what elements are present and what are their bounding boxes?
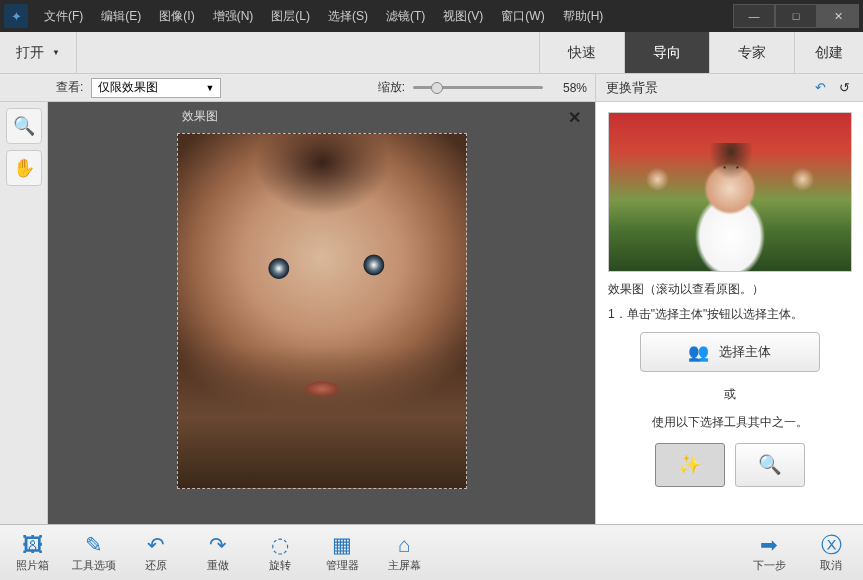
alt-tools-text: 使用以下选择工具其中之一。 bbox=[608, 413, 851, 432]
next-button[interactable]: ➡ 下一步 bbox=[747, 533, 791, 573]
rotate-button[interactable]: ◌ 旋转 bbox=[258, 533, 302, 573]
canvas-area: 效果图 ✕ bbox=[48, 102, 595, 524]
canvas-title: 效果图 bbox=[182, 108, 218, 127]
menubar: ✦ 文件(F) 编辑(E) 图像(I) 增强(N) 图层(L) 选择(S) 滤镜… bbox=[0, 0, 863, 32]
panel-title: 更换背景 bbox=[606, 79, 658, 97]
modebar: 打开 ▼ 快速 导向 专家 创建 bbox=[0, 32, 863, 74]
rotate-label: 旋转 bbox=[269, 558, 291, 573]
canvas-close-icon[interactable]: ✕ bbox=[568, 108, 581, 127]
next-label: 下一步 bbox=[753, 558, 786, 573]
menu-select[interactable]: 选择(S) bbox=[320, 4, 376, 29]
home-icon: ⌂ bbox=[398, 533, 411, 557]
reset-icon[interactable]: ↺ bbox=[835, 79, 853, 97]
zoom-slider[interactable] bbox=[413, 81, 543, 95]
cancel-button[interactable]: ⓧ 取消 bbox=[809, 533, 853, 573]
undo-button[interactable]: ↶ 还原 bbox=[134, 533, 178, 573]
people-icon: 👥 bbox=[688, 342, 709, 363]
zoom-value: 58% bbox=[551, 81, 587, 95]
redo-button[interactable]: ↷ 重做 bbox=[196, 533, 240, 573]
hand-tool[interactable]: ✋ bbox=[6, 150, 42, 186]
tab-quick[interactable]: 快速 bbox=[539, 32, 624, 73]
undo-icon[interactable]: ↶ bbox=[811, 79, 829, 97]
menu-image[interactable]: 图像(I) bbox=[151, 4, 202, 29]
right-panel: 效果图（滚动以查看原图。） 1．单击"选择主体"按钮以选择主体。 👥 选择主体 … bbox=[595, 102, 863, 524]
create-button[interactable]: 创建 bbox=[794, 32, 863, 73]
left-toolbar: 🔍 ✋ bbox=[0, 102, 48, 524]
selection-brush-tool[interactable]: 🔍 bbox=[735, 443, 805, 487]
organizer-icon: ▦ bbox=[332, 533, 352, 557]
menu-filter[interactable]: 滤镜(T) bbox=[378, 4, 433, 29]
menu-layer[interactable]: 图层(L) bbox=[263, 4, 318, 29]
tool-options-icon: ✎ bbox=[85, 533, 103, 557]
redo-label: 重做 bbox=[207, 558, 229, 573]
menu-window[interactable]: 窗口(W) bbox=[493, 4, 552, 29]
menu-file[interactable]: 文件(F) bbox=[36, 4, 91, 29]
menu-view[interactable]: 视图(V) bbox=[435, 4, 491, 29]
menu-edit[interactable]: 编辑(E) bbox=[93, 4, 149, 29]
undo-label: 还原 bbox=[145, 558, 167, 573]
tool-picker: ✨ 🔍 bbox=[608, 443, 851, 487]
preview-image[interactable] bbox=[608, 112, 852, 272]
select-subject-button[interactable]: 👥 选择主体 bbox=[640, 332, 820, 372]
undo-icon: ↶ bbox=[147, 533, 165, 557]
organizer-button[interactable]: ▦ 管理器 bbox=[320, 533, 364, 573]
photo-bin-label: 照片箱 bbox=[16, 558, 49, 573]
view-select-value: 仅限效果图 bbox=[98, 79, 158, 96]
photo-bin-button[interactable]: 🖼 照片箱 bbox=[10, 533, 54, 573]
cancel-label: 取消 bbox=[820, 558, 842, 573]
arrow-right-icon: ➡ bbox=[760, 533, 778, 557]
minimize-button[interactable]: — bbox=[733, 4, 775, 28]
quick-selection-tool[interactable]: ✨ bbox=[655, 443, 725, 487]
zoom-tool[interactable]: 🔍 bbox=[6, 108, 42, 144]
options-bar: 查看: 仅限效果图 ▼ 缩放: 58% bbox=[0, 74, 595, 102]
close-button[interactable]: ✕ bbox=[817, 4, 859, 28]
photo-bin-icon: 🖼 bbox=[22, 533, 43, 557]
view-select[interactable]: 仅限效果图 ▼ bbox=[91, 78, 221, 98]
organizer-label: 管理器 bbox=[326, 558, 359, 573]
or-text: 或 bbox=[608, 386, 851, 403]
tool-options-label: 工具选项 bbox=[72, 558, 116, 573]
canvas-image[interactable] bbox=[177, 133, 467, 489]
maximize-button[interactable]: □ bbox=[775, 4, 817, 28]
home-button[interactable]: ⌂ 主屏幕 bbox=[382, 533, 426, 573]
menu-enhance[interactable]: 增强(N) bbox=[205, 4, 262, 29]
bottombar: 🖼 照片箱 ✎ 工具选项 ↶ 还原 ↷ 重做 ◌ 旋转 ▦ 管理器 ⌂ 主屏幕 … bbox=[0, 524, 863, 580]
app-icon: ✦ bbox=[4, 4, 28, 28]
cancel-icon: ⓧ bbox=[821, 533, 842, 557]
tab-expert[interactable]: 专家 bbox=[709, 32, 794, 73]
open-label: 打开 bbox=[16, 44, 44, 62]
chevron-down-icon: ▼ bbox=[205, 83, 214, 93]
select-subject-label: 选择主体 bbox=[719, 343, 771, 361]
preview-caption: 效果图（滚动以查看原图。） bbox=[608, 280, 851, 299]
view-label: 查看: bbox=[56, 79, 83, 96]
tab-guided[interactable]: 导向 bbox=[624, 32, 709, 73]
tool-options-button[interactable]: ✎ 工具选项 bbox=[72, 533, 116, 573]
redo-icon: ↷ bbox=[209, 533, 227, 557]
mode-tabs: 快速 导向 专家 bbox=[539, 32, 794, 73]
slider-thumb[interactable] bbox=[431, 82, 443, 94]
zoom-label: 缩放: bbox=[378, 79, 405, 96]
rotate-icon: ◌ bbox=[271, 533, 289, 557]
home-label: 主屏幕 bbox=[388, 558, 421, 573]
panel-header: 更换背景 ↶ ↺ bbox=[595, 74, 863, 102]
content: 🔍 ✋ 效果图 ✕ 效果图（滚动以查看原图。） 1．单击"选择主体"按钮以选择主… bbox=[0, 102, 863, 524]
step-1-text: 1．单击"选择主体"按钮以选择主体。 bbox=[608, 305, 851, 324]
open-button[interactable]: 打开 ▼ bbox=[0, 32, 77, 73]
window-controls: — □ ✕ bbox=[733, 4, 859, 28]
dropdown-icon: ▼ bbox=[52, 48, 60, 57]
menu-help[interactable]: 帮助(H) bbox=[555, 4, 612, 29]
